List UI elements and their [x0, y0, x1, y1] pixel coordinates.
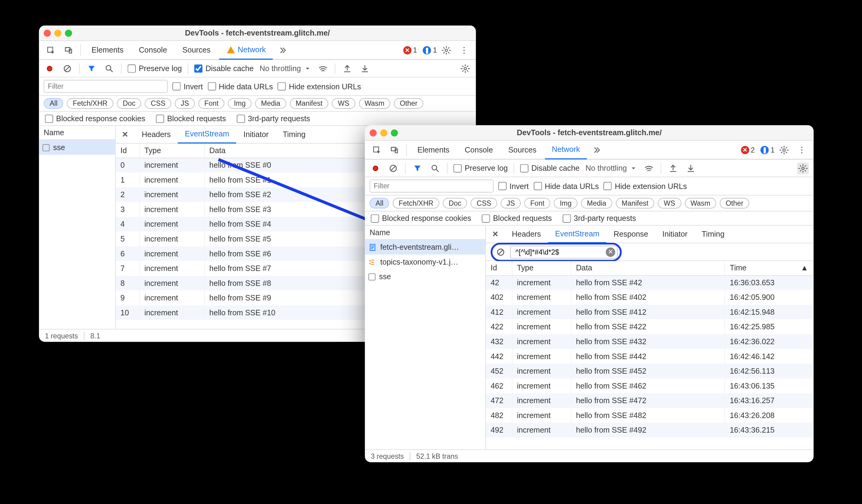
disable-cache-checkbox[interactable]: Disable cache — [194, 64, 254, 72]
panel-settings-icon[interactable] — [459, 62, 471, 74]
device-icon[interactable] — [60, 45, 77, 55]
blocked-requests-checkbox[interactable]: Blocked requests — [156, 114, 226, 123]
chip-wasm[interactable]: Wasm — [359, 98, 390, 109]
clear-button[interactable] — [387, 162, 399, 174]
third-party-checkbox[interactable]: 3rd-party requests — [236, 114, 310, 123]
blocked-cookies-checkbox[interactable]: Blocked response cookies — [371, 214, 471, 222]
chip-fetch-xhr[interactable]: Fetch/XHR — [393, 198, 439, 209]
chip-js[interactable]: JS — [500, 198, 521, 209]
chip-manifest[interactable]: Manifest — [616, 198, 654, 209]
zoom-icon[interactable] — [65, 29, 72, 36]
eventstream-row[interactable]: 492incrementhello from SSE #49216:43:36.… — [486, 423, 813, 437]
titlebar[interactable]: DevTools - fetch-eventstream.glitch.me/ — [39, 26, 476, 41]
zoom-icon[interactable] — [391, 129, 398, 136]
eventstream-row[interactable]: 472incrementhello from SSE #47216:43:16.… — [486, 393, 813, 408]
preserve-log-checkbox[interactable]: Preserve log — [454, 163, 508, 172]
col-type[interactable]: Type — [512, 261, 571, 275]
inspect-icon[interactable] — [42, 45, 59, 55]
detail-tab-headers[interactable]: Headers — [135, 126, 178, 143]
chip-manifest[interactable]: Manifest — [290, 98, 328, 109]
tab-console[interactable]: Console — [132, 40, 174, 59]
info-badge[interactable]: ❚1 — [423, 46, 437, 54]
device-icon[interactable] — [386, 145, 402, 154]
close-icon[interactable] — [370, 129, 377, 136]
window-controls[interactable] — [370, 129, 398, 136]
eventstream-row[interactable]: 422incrementhello from SSE #42216:42:25.… — [486, 319, 813, 334]
col-id[interactable]: Id — [486, 261, 512, 275]
titlebar[interactable]: DevTools - fetch-eventstream.glitch.me/ — [365, 125, 813, 141]
col-data[interactable]: Data — [571, 261, 724, 275]
chip-font[interactable]: Font — [524, 198, 550, 209]
eventstream-row[interactable]: 452incrementhello from SSE #45216:42:56.… — [486, 364, 813, 379]
more-tabs-icon[interactable] — [588, 145, 604, 154]
search-icon[interactable] — [429, 162, 441, 174]
disable-cache-checkbox[interactable]: Disable cache — [520, 163, 580, 172]
upload-icon[interactable] — [341, 62, 353, 74]
chip-js[interactable]: JS — [175, 98, 195, 109]
settings-icon[interactable] — [776, 145, 792, 154]
eventstream-filter-input[interactable] — [510, 245, 618, 258]
settings-icon[interactable] — [438, 45, 454, 55]
detail-tab-initiator[interactable]: Initiator — [236, 126, 276, 143]
col-id[interactable]: Id — [116, 143, 140, 158]
chip-ws[interactable]: WS — [332, 98, 355, 109]
chip-font[interactable]: Font — [198, 98, 224, 109]
clear-eventstream-button[interactable] — [495, 246, 507, 257]
tab-sources[interactable]: Sources — [501, 140, 544, 159]
close-detail-button[interactable]: ✕ — [118, 130, 132, 138]
preserve-log-checkbox[interactable]: Preserve log — [128, 64, 182, 72]
chip-fetch-xhr[interactable]: Fetch/XHR — [67, 98, 113, 109]
panel-settings-icon[interactable] — [797, 162, 809, 174]
download-icon[interactable] — [685, 162, 697, 174]
chip-other[interactable]: Other — [720, 198, 749, 209]
request-item[interactable]: sse — [365, 269, 485, 284]
throttling-select[interactable]: No throttling — [260, 64, 311, 72]
network-conditions-icon[interactable] — [317, 62, 329, 74]
tab-elements[interactable]: Elements — [410, 140, 457, 159]
search-icon[interactable] — [103, 62, 115, 74]
chip-media[interactable]: Media — [255, 98, 286, 109]
tab-console[interactable]: Console — [458, 140, 500, 159]
chip-other[interactable]: Other — [394, 98, 423, 109]
close-icon[interactable] — [44, 29, 51, 36]
error-badge[interactable]: ✕1 — [403, 46, 417, 54]
eventstream-row[interactable]: 432incrementhello from SSE #43216:42:36.… — [486, 334, 813, 349]
col-time[interactable]: Time▲ — [724, 261, 813, 275]
close-detail-button[interactable]: ✕ — [488, 230, 502, 238]
record-button[interactable] — [370, 162, 381, 174]
request-item[interactable]: topics-taxonomy-v1.j… — [365, 254, 485, 269]
detail-tab-eventstream[interactable]: EventStream — [178, 126, 236, 143]
detail-tab-timing[interactable]: Timing — [694, 225, 731, 243]
request-item[interactable]: sse — [39, 140, 115, 155]
kebab-icon[interactable] — [456, 45, 472, 55]
tab-elements[interactable]: Elements — [84, 40, 131, 59]
request-item[interactable]: fetch-eventstream.gli… — [365, 240, 485, 255]
hide-ext-urls-checkbox[interactable]: Hide extension URLs — [278, 82, 361, 91]
eventstream-row[interactable]: 402incrementhello from SSE #40216:42:05.… — [486, 290, 813, 305]
download-icon[interactable] — [359, 62, 371, 74]
tab-network[interactable]: Network — [545, 140, 587, 159]
inspect-icon[interactable] — [368, 145, 385, 154]
tab-sources[interactable]: Sources — [175, 40, 218, 59]
eventstream-row[interactable]: 42incrementhello from SSE #4216:36:03.65… — [486, 275, 813, 290]
chip-img[interactable]: Img — [554, 198, 577, 209]
upload-icon[interactable] — [667, 162, 679, 174]
window-controls[interactable] — [44, 29, 72, 36]
hide-data-urls-checkbox[interactable]: Hide data URLs — [208, 82, 273, 91]
chip-css[interactable]: CSS — [471, 198, 497, 209]
filter-input[interactable] — [370, 180, 494, 193]
chip-all[interactable]: All — [44, 98, 64, 109]
tab-network[interactable]: Network — [219, 40, 273, 59]
eventstream-row[interactable]: 482incrementhello from SSE #48216:43:26.… — [486, 408, 813, 423]
minimize-icon[interactable] — [380, 129, 387, 136]
blocked-requests-checkbox[interactable]: Blocked requests — [482, 214, 552, 222]
chip-wasm[interactable]: Wasm — [684, 198, 716, 209]
hide-ext-urls-checkbox[interactable]: Hide extension URLs — [604, 181, 687, 190]
filter-icon[interactable] — [86, 62, 97, 74]
chip-img[interactable]: Img — [228, 98, 252, 109]
detail-tab-eventstream[interactable]: EventStream — [548, 225, 607, 243]
record-button[interactable] — [44, 62, 56, 74]
name-column-header[interactable]: Name — [365, 225, 485, 240]
chip-doc[interactable]: Doc — [117, 98, 141, 109]
info-badge[interactable]: ❚1 — [761, 146, 775, 154]
